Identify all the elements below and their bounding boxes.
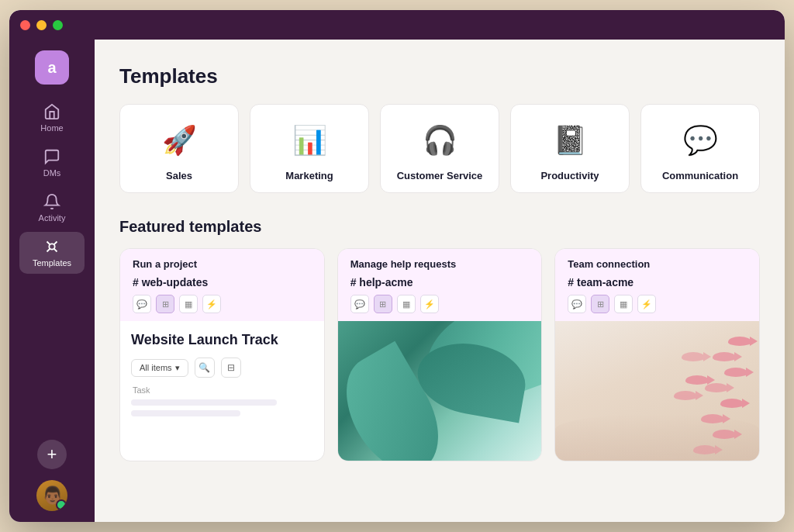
sidebar-dms-label: DMs	[43, 168, 61, 178]
featured-grid: Run a project # web-updates 💬 ⊞ ▦ ⚡ Webs…	[119, 248, 760, 461]
template-title-project: Run a project	[133, 258, 312, 270]
table-tab-icon[interactable]: ▦	[179, 295, 198, 313]
template-body-help	[338, 321, 542, 461]
chat-tab-icon[interactable]: 💬	[133, 295, 151, 313]
category-marketing[interactable]: 📊 Marketing	[250, 104, 369, 193]
workspace-avatar[interactable]: a	[35, 50, 69, 85]
table-row	[131, 410, 240, 416]
communication-icon: 💬	[678, 119, 722, 162]
project-content-title: Website Launch Track	[131, 332, 313, 348]
app-body: a Home DMs Activity	[9, 40, 785, 522]
chat-tab-icon-help[interactable]: 💬	[350, 295, 369, 313]
sidebar-item-dms[interactable]: DMs	[19, 142, 85, 184]
fish-10	[713, 430, 736, 439]
fish-9	[674, 391, 697, 400]
filter-btn[interactable]: ⊟	[221, 358, 241, 378]
titlebar	[9, 10, 785, 40]
sales-label: Sales	[166, 170, 192, 181]
add-button[interactable]: +	[37, 440, 67, 469]
board-tab-icon[interactable]: ⊞	[156, 295, 174, 313]
fish-11	[693, 445, 716, 454]
sales-icon: 🚀	[157, 119, 201, 162]
svg-point-0	[49, 244, 54, 249]
avatar-letter: a	[47, 59, 56, 77]
customer-service-icon: 🎧	[418, 119, 461, 162]
productivity-label: Productivity	[540, 170, 599, 181]
channel-icons-help: 💬 ⊞ ▦ ⚡	[350, 295, 530, 313]
page-title: Templates	[119, 64, 760, 88]
app-window: a Home DMs Activity	[9, 10, 785, 522]
template-header-help: Manage help requests # help-acme 💬 ⊞ ▦ ⚡	[338, 249, 542, 321]
fish-2	[713, 352, 736, 361]
minimize-button[interactable]	[36, 20, 47, 30]
bolt-tab-icon[interactable]: ⚡	[202, 295, 221, 313]
category-communication[interactable]: 💬 Communication	[640, 104, 760, 193]
channel-icons-project: 💬 ⊞ ▦ ⚡	[133, 295, 312, 313]
all-items-dropdown[interactable]: All items ▾	[131, 359, 188, 377]
marketing-label: Marketing	[285, 170, 333, 181]
marketing-icon: 📊	[288, 119, 331, 162]
fish-image	[555, 321, 759, 461]
template-title-team: Team connection	[568, 258, 747, 270]
channel-help-acme: # help-acme	[350, 276, 530, 288]
featured-section-title: Featured templates	[119, 218, 760, 236]
customer-service-label: Customer Service	[397, 170, 483, 181]
template-header-project: Run a project # web-updates 💬 ⊞ ▦ ⚡	[120, 249, 324, 321]
chat-tab-icon-team[interactable]: 💬	[568, 295, 586, 313]
sidebar-item-home[interactable]: Home	[19, 97, 85, 139]
sidebar-templates-label: Templates	[33, 258, 71, 268]
user-face-icon: 👨🏾	[36, 480, 67, 511]
template-card-team[interactable]: Team connection # team-acme 💬 ⊞ ▦ ⚡	[554, 248, 760, 461]
fish-6	[701, 414, 724, 423]
home-icon	[43, 103, 60, 120]
sidebar-item-activity[interactable]: Activity	[19, 187, 85, 229]
channel-web-updates: # web-updates	[133, 276, 312, 288]
bolt-tab-icon-team[interactable]: ⚡	[637, 295, 656, 313]
maximize-button[interactable]	[53, 20, 63, 30]
chat-icon	[43, 148, 60, 165]
categories-row: 🚀 Sales 📊 Marketing 🎧 Customer Service 📓…	[119, 104, 760, 193]
table-row	[131, 399, 277, 406]
bolt-tab-icon-help[interactable]: ⚡	[420, 295, 439, 313]
templates-icon	[43, 238, 60, 255]
main-content: Templates 🚀 Sales 📊 Marketing 🎧 Customer…	[95, 40, 785, 522]
table-tab-icon-help[interactable]: ▦	[397, 295, 416, 313]
sidebar-home-label: Home	[40, 123, 63, 133]
template-header-team: Team connection # team-acme 💬 ⊞ ▦ ⚡	[555, 249, 759, 321]
search-btn[interactable]: 🔍	[195, 358, 215, 378]
tropical-image	[338, 321, 542, 461]
close-button[interactable]	[20, 20, 30, 30]
productivity-icon: 📓	[548, 119, 592, 162]
table-tab-icon-team[interactable]: ▦	[614, 295, 633, 313]
template-title-help: Manage help requests	[350, 258, 530, 270]
category-customer-service[interactable]: 🎧 Customer Service	[380, 104, 499, 193]
channel-icons-team: 💬 ⊞ ▦ ⚡	[568, 295, 747, 313]
project-controls: All items ▾ 🔍 ⊟	[131, 358, 313, 378]
table-header: Task	[131, 385, 313, 395]
board-tab-icon-team[interactable]: ⊞	[591, 295, 609, 313]
category-sales[interactable]: 🚀 Sales	[119, 104, 239, 193]
sidebar: a Home DMs Activity	[9, 40, 95, 522]
sidebar-activity-label: Activity	[39, 213, 66, 223]
template-card-help[interactable]: Manage help requests # help-acme 💬 ⊞ ▦ ⚡	[337, 248, 543, 461]
channel-team-acme: # team-acme	[568, 276, 747, 288]
template-body-team	[555, 321, 759, 461]
board-tab-icon-help[interactable]: ⊞	[374, 295, 392, 313]
category-productivity[interactable]: 📓 Productivity	[510, 104, 630, 193]
template-card-project[interactable]: Run a project # web-updates 💬 ⊞ ▦ ⚡ Webs…	[119, 248, 325, 461]
fish-1	[728, 337, 751, 346]
all-items-label: All items	[140, 363, 172, 372]
fish-3	[724, 368, 747, 377]
fish-8	[685, 375, 709, 385]
fish-5	[720, 399, 744, 408]
sidebar-item-templates[interactable]: Templates	[19, 232, 85, 274]
user-avatar[interactable]: 👨🏾	[36, 480, 67, 511]
chevron-down-icon: ▾	[175, 363, 180, 373]
project-content: Website Launch Track All items ▾ 🔍 ⊟ Tas…	[120, 321, 324, 429]
template-body-project: Website Launch Track All items ▾ 🔍 ⊟ Tas…	[120, 321, 324, 461]
communication-label: Communication	[662, 170, 738, 181]
fish-7	[682, 352, 705, 361]
bell-icon	[43, 193, 60, 210]
